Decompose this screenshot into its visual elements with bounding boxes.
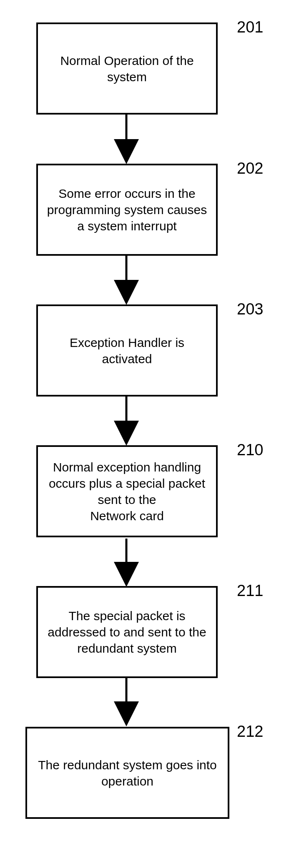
step-201-text: Normal Operation of the system — [45, 52, 209, 85]
step-210-text: Normal exception handling occurs plus a … — [45, 459, 209, 524]
step-201: Normal Operation of the system — [36, 22, 218, 115]
step-212-text: The redundant system goes into operation — [35, 757, 220, 789]
step-203-text: Exception Handler is activated — [45, 334, 209, 367]
flowchart: Normal Operation of the system 201 Some … — [0, 0, 289, 868]
step-210-label: 210 — [237, 441, 263, 459]
step-211: The special packet is addressed to and s… — [36, 586, 218, 678]
step-202-label: 202 — [237, 160, 263, 177]
step-201-label: 201 — [237, 18, 263, 36]
step-211-text: The special packet is addressed to and s… — [45, 608, 209, 656]
step-203-label: 203 — [237, 300, 263, 318]
step-211-label: 211 — [237, 582, 263, 600]
step-210: Normal exception handling occurs plus a … — [36, 445, 218, 537]
step-203: Exception Handler is activated — [36, 304, 218, 397]
step-212: The redundant system goes into operation — [25, 727, 229, 819]
step-202-text: Some error occurs in the programming sys… — [45, 185, 209, 234]
step-212-label: 212 — [237, 723, 263, 741]
step-202: Some error occurs in the programming sys… — [36, 164, 218, 256]
